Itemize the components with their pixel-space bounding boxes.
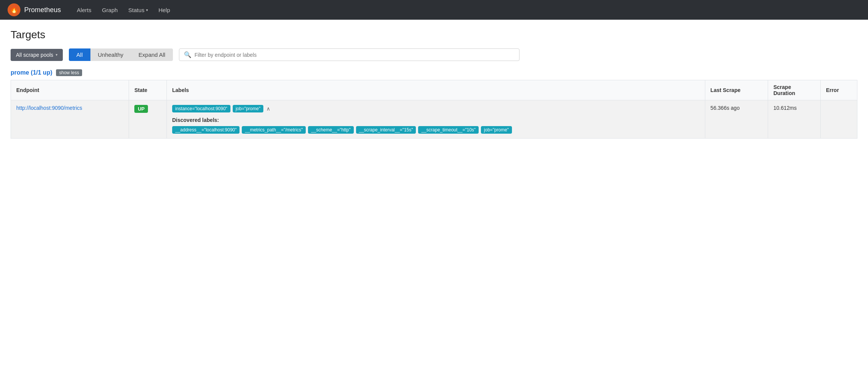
filter-bar: All scrape pools ▾ All Unhealthy Expand … (11, 48, 857, 61)
page-title: Targets (11, 29, 857, 41)
discovered-label-0[interactable]: __address__="localhost:9090" (172, 126, 240, 134)
nav-alerts[interactable]: Alerts (72, 5, 96, 16)
last-scrape-value: 56.366s ago (711, 105, 740, 111)
tab-unhealthy[interactable]: Unhealthy (90, 48, 131, 61)
search-input[interactable] (194, 52, 515, 58)
discovered-label-1[interactable]: __metrics_path__="/metrics" (242, 126, 306, 134)
targets-table: Endpoint State Labels Last Scrape Scrape… (11, 80, 857, 139)
chevron-up-icon[interactable]: ∧ (266, 106, 270, 112)
navbar-brand: 🔥 Prometheus (8, 3, 61, 16)
navbar-nav: Alerts Graph Status ▾ Help (72, 5, 174, 16)
navbar-title: Prometheus (24, 6, 61, 14)
prometheus-logo: 🔥 (8, 3, 20, 16)
col-error: Error (820, 80, 857, 100)
nav-graph[interactable]: Graph (97, 5, 122, 16)
discovered-label-4[interactable]: __scrape_timeout__="10s" (418, 126, 479, 134)
discovered-label-2[interactable]: __scheme__="http" (308, 126, 353, 134)
nav-status-label: Status (128, 7, 145, 13)
search-box: 🔍 (179, 48, 520, 61)
endpoint-link[interactable]: http://localhost:9090/metrics (16, 105, 82, 111)
scrape-pools-caret-icon: ▾ (56, 53, 58, 57)
search-icon: 🔍 (184, 51, 191, 58)
cell-error (820, 100, 857, 139)
table-header-row: Endpoint State Labels Last Scrape Scrape… (11, 80, 857, 100)
discovered-labels-section: Discovered labels: __address__="localhos… (172, 117, 700, 134)
col-state: State (129, 80, 167, 100)
col-last-scrape: Last Scrape (705, 80, 768, 100)
scrape-duration-value: 10.612ms (773, 105, 796, 111)
tab-expand-all[interactable]: Expand All (131, 48, 173, 61)
scrape-pools-button[interactable]: All scrape pools ▾ (11, 49, 63, 61)
discovered-label-3[interactable]: __scrape_interval__="15s" (356, 126, 416, 134)
tab-all[interactable]: All (69, 48, 90, 61)
section-header: prome (1/1 up) show less (11, 69, 857, 76)
col-endpoint: Endpoint (11, 80, 129, 100)
nav-help[interactable]: Help (154, 5, 175, 16)
cell-state: UP (129, 100, 167, 139)
label-job[interactable]: job="prome" (233, 105, 264, 112)
col-labels: Labels (167, 80, 705, 100)
section-title-link[interactable]: prome (1/1 up) (11, 69, 52, 76)
filter-tab-group: All Unhealthy Expand All (69, 48, 173, 61)
cell-labels: instance="localhost:9090" job="prome" ∧ … (167, 100, 705, 139)
discovered-label-5[interactable]: job="prome" (481, 126, 512, 134)
show-less-button[interactable]: show less (56, 69, 82, 76)
discovered-labels-list: __address__="localhost:9090" __metrics_p… (172, 126, 700, 134)
table-row: http://localhost:9090/metrics UP instanc… (11, 100, 857, 139)
main-content: Targets All scrape pools ▾ All Unhealthy… (0, 20, 868, 148)
nav-status-dropdown[interactable]: Status ▾ (124, 5, 152, 16)
cell-last-scrape: 56.366s ago (705, 100, 768, 139)
status-caret-icon: ▾ (146, 8, 148, 12)
svg-text:🔥: 🔥 (10, 5, 19, 14)
navbar: 🔥 Prometheus Alerts Graph Status ▾ Help (0, 0, 868, 20)
state-badge: UP (134, 105, 148, 113)
label-instance[interactable]: instance="localhost:9090" (172, 105, 230, 112)
discovered-labels-title: Discovered labels: (172, 117, 700, 123)
col-scrape-duration: Scrape Duration (768, 80, 820, 100)
cell-endpoint: http://localhost:9090/metrics (11, 100, 129, 139)
table-header: Endpoint State Labels Last Scrape Scrape… (11, 80, 857, 100)
cell-scrape-duration: 10.612ms (768, 100, 820, 139)
scrape-pools-label: All scrape pools (16, 52, 53, 58)
labels-area: instance="localhost:9090" job="prome" ∧ (172, 105, 700, 112)
table-body: http://localhost:9090/metrics UP instanc… (11, 100, 857, 139)
